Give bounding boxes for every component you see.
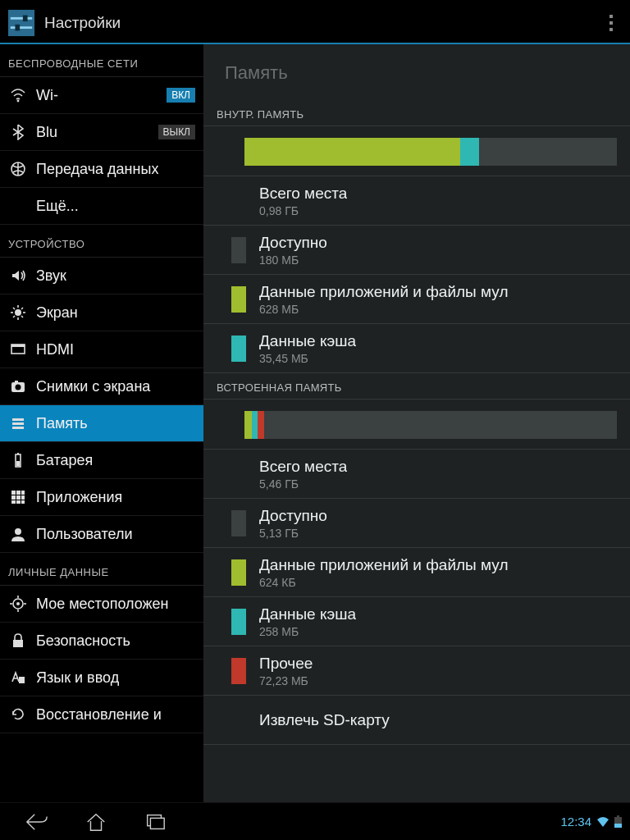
row-secondary: 180 МБ [259,253,327,267]
bar-segment [264,411,617,439]
storage-row[interactable]: Прочее72,23 МБ [203,646,630,696]
sidebar-item-battery[interactable]: Батарея [0,442,203,479]
row-primary: Всего места [259,458,347,476]
language-icon [8,668,28,687]
sidebar-item-label: Ещё... [36,198,79,215]
row-secondary: 258 МБ [259,625,356,638]
svg-rect-17 [11,345,25,347]
row-primary: Всего места [259,185,347,203]
svg-rect-32 [21,495,25,500]
sidebar-item-language[interactable]: Язык и ввод [0,660,203,696]
color-swatch [231,559,246,586]
color-swatch [231,188,246,214]
sidebar-item-apps[interactable]: Приложения [0,479,203,516]
sidebar-item-sound[interactable]: Звук [0,258,203,294]
sidebar-section-header: УСТРОЙСТВО [0,225,203,258]
svg-line-15 [21,308,23,309]
row-primary: Доступно [259,234,327,252]
sidebar-item-label: Передача данных [36,161,158,178]
storage-usage-bar[interactable] [203,399,630,450]
sidebar-item-more[interactable]: Ещё... [0,188,203,225]
row-secondary: 5,46 ГБ [259,477,347,491]
storage-row[interactable]: Всего места0,98 ГБ [203,176,630,226]
sidebar-item-label: Звук [36,267,66,285]
sidebar-item-location[interactable]: Мое местоположен [0,586,203,623]
sidebar-item-bluetooth[interactable]: BluВЫКЛ [0,114,203,151]
battery-icon [8,450,28,470]
settings-app-icon [7,8,36,38]
wifi-icon [8,85,28,105]
sidebar-item-users[interactable]: Пользователи [0,516,203,553]
bar-segment [460,138,479,166]
bar-segment [252,411,258,439]
sidebar-section-header: ЛИЧНЫЕ ДАННЫЕ [0,553,203,586]
wifi-status-icon [596,816,609,828]
overflow-menu-icon[interactable] [599,15,623,31]
svg-point-5 [17,100,20,103]
storage-row[interactable]: Извлечь SD-карту [203,696,630,745]
storage-row[interactable]: Данные приложений и файлы мул628 МБ [203,275,630,324]
row-secondary: 72,23 МБ [259,674,313,687]
svg-rect-49 [614,824,622,828]
sidebar-item-backup[interactable]: Восстановление и [0,696,203,733]
sidebar-item-display[interactable]: Экран [0,294,203,331]
sidebar-item-data[interactable]: Передача данных [0,151,203,188]
home-button[interactable] [82,810,110,834]
settings-sidebar: БЕСПРОВОДНЫЕ СЕТИWi-ВКЛBluВЫКЛПередача д… [0,44,203,802]
sidebar-item-security[interactable]: Безопасность [0,623,203,660]
svg-point-19 [16,385,21,390]
sidebar-item-label: Память [36,415,88,432]
svg-rect-29 [21,491,25,495]
color-swatch [231,237,246,263]
storage-usage-bar[interactable] [203,126,630,176]
sidebar-item-screenshot[interactable]: Снимки с экрана [0,368,203,405]
sidebar-item-label: Wi- [36,87,58,104]
back-button[interactable] [23,810,51,834]
row-primary: Данные кэша [259,605,356,623]
sidebar-item-label: Безопасность [36,632,130,650]
storage-row[interactable]: Данные кэша258 МБ [203,597,630,646]
svg-rect-3 [23,16,28,22]
sidebar-item-label: Blu [36,124,57,141]
sidebar-item-label: Язык и ввод [36,669,119,687]
toggle-switch[interactable]: ВЫКЛ [158,125,196,139]
svg-rect-31 [16,495,21,500]
storage-row[interactable]: Доступно5,13 ГБ [203,499,630,548]
color-swatch [231,707,246,733]
status-clock: 12:34 [560,815,591,829]
svg-rect-26 [16,461,20,466]
svg-rect-46 [150,818,164,829]
svg-rect-34 [16,500,21,504]
storage-row[interactable]: Доступно180 МБ [203,226,630,275]
storage-category-header: ВСТРОЕННАЯ ПАМЯТЬ [203,373,630,399]
svg-rect-48 [617,815,619,817]
storage-row[interactable]: Данные кэша35,45 МБ [203,324,630,373]
toggle-switch[interactable]: ВКЛ [167,88,195,103]
sidebar-item-storage[interactable]: Память [0,405,203,442]
page-title: Настройки [44,14,599,32]
svg-rect-44 [19,677,25,683]
storage-row[interactable]: Данные приложений и файлы мул624 КБ [203,548,630,597]
sidebar-item-label: Снимки с экрана [36,378,150,395]
svg-rect-20 [15,381,18,383]
row-secondary: 628 МБ [259,303,509,316]
svg-rect-43 [13,640,23,647]
storage-row[interactable]: Всего места5,46 ГБ [203,450,630,499]
sidebar-item-label: Батарея [36,452,93,469]
svg-line-12 [13,308,15,309]
recents-button[interactable] [141,810,169,834]
color-swatch [231,658,246,684]
action-bar: Настройки [0,3,630,44]
row-primary: Данные приложений и файлы мул [259,283,509,301]
svg-rect-25 [17,453,19,454]
sidebar-item-label: Мое местоположен [36,596,169,613]
svg-rect-4 [15,25,20,31]
color-swatch [231,609,246,635]
storage-icon [8,413,28,433]
bar-segment [479,138,617,166]
sidebar-item-wifi[interactable]: Wi-ВКЛ [0,77,203,114]
svg-line-14 [13,316,15,317]
sidebar-item-hdmi[interactable]: HDMI [0,331,203,368]
storage-category-header: ВНУТР. ПАМЯТЬ [203,100,630,126]
data-icon [8,159,28,179]
